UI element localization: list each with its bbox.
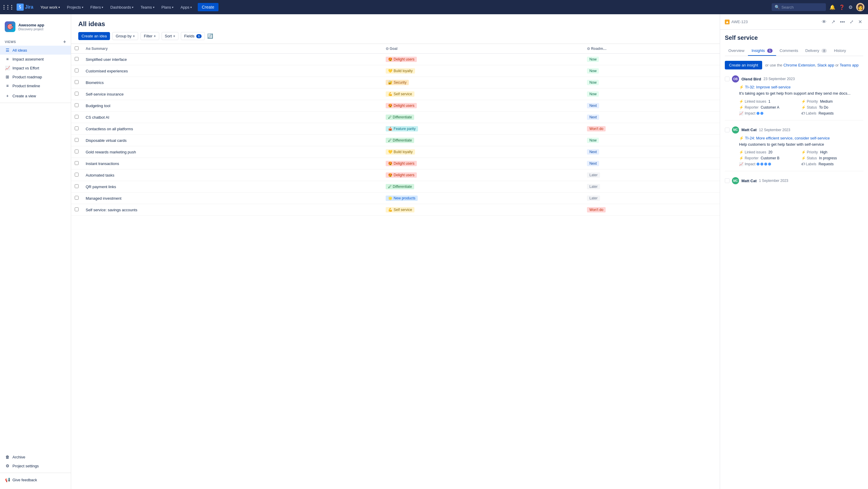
close-icon[interactable]: ✕ xyxy=(857,18,863,26)
or-use-text: or use the Chrome Extension, Slack app o… xyxy=(765,63,859,67)
teams-nav[interactable]: Teams ▾ xyxy=(138,4,157,11)
product-roadmap-icon: ⊞ xyxy=(5,75,10,79)
search-bar[interactable]: 🔍 xyxy=(772,3,826,11)
summary-cell: Simplified user interface xyxy=(82,54,382,65)
row-checkbox[interactable] xyxy=(75,126,79,130)
projects-nav[interactable]: Projects ▾ xyxy=(65,4,86,11)
ideas-title: All ideas xyxy=(78,20,713,28)
insight-author-name: Matt Cat xyxy=(741,127,756,132)
row-checkbox[interactable] xyxy=(75,92,79,95)
insight-author-name: Olend Bird xyxy=(741,77,761,81)
views-section-label: VIEWS + xyxy=(0,37,71,46)
select-all-checkbox[interactable] xyxy=(75,46,79,50)
table-row: Automated tasks 😍 Delight users Later xyxy=(71,169,720,181)
more-actions-icon[interactable]: ••• xyxy=(839,18,846,26)
insight-author-row: OB Olend Bird 23 September 2023 xyxy=(725,75,863,83)
row-checkbox[interactable] xyxy=(75,80,79,84)
sidebar-item-all-ideas[interactable]: ☰ All ideas xyxy=(0,46,71,55)
impact-dots xyxy=(756,163,771,166)
insight-checkbox[interactable] xyxy=(725,178,730,183)
summary-cell: Self service: savings accounts xyxy=(82,204,382,216)
tab-history[interactable]: History xyxy=(830,46,849,56)
notifications-icon[interactable]: 🔔 xyxy=(830,4,835,10)
apps-nav[interactable]: Apps ▾ xyxy=(178,4,194,11)
summary-cell: Budgeting tool xyxy=(82,100,382,112)
svg-marker-0 xyxy=(726,21,728,23)
product-timeline-icon: ≡ xyxy=(5,83,10,88)
row-checkbox[interactable] xyxy=(75,184,79,188)
insight-date: 1 September 2023 xyxy=(759,179,788,183)
help-icon[interactable]: ❓ xyxy=(839,4,845,10)
priority-value: High xyxy=(819,150,827,154)
sidebar-item-project-settings[interactable]: ⚙ Project settings xyxy=(0,461,71,470)
row-checkbox[interactable] xyxy=(75,103,79,107)
insight-checkbox[interactable] xyxy=(725,77,730,81)
filters-nav[interactable]: Filters ▾ xyxy=(88,4,105,11)
refresh-icon[interactable]: 🔄 xyxy=(207,33,213,39)
ideas-panel: All ideas Create an idea Group by + Filt… xyxy=(71,14,720,489)
fields-button[interactable]: Fields 6 xyxy=(181,32,205,40)
row-checkbox[interactable] xyxy=(75,207,79,211)
create-insight-bar: Create an insight or use the Chrome Exte… xyxy=(725,61,863,69)
sidebar-item-product-timeline[interactable]: ≡ Product timeline xyxy=(0,81,71,90)
insight-link[interactable]: ⚡TI-32: Improve self-service xyxy=(739,85,863,89)
add-view-icon[interactable]: + xyxy=(63,39,66,45)
insight-author-name: Matt Cat xyxy=(741,179,756,183)
jira-logo[interactable]: Jira xyxy=(17,4,33,11)
your-work-nav[interactable]: Your work ▾ xyxy=(38,4,62,11)
slack-app-link[interactable]: Slack app xyxy=(817,63,834,67)
insight-checkbox[interactable] xyxy=(725,127,730,132)
share-icon[interactable]: ↗ xyxy=(830,18,836,26)
search-input[interactable] xyxy=(781,5,823,9)
impact-assessment-icon: ≡ xyxy=(5,57,10,61)
insight-link[interactable]: ⚡TI-24: More efficient service, consider… xyxy=(739,136,863,140)
filter-button[interactable]: Filter + xyxy=(141,32,159,40)
sidebar-item-create-view[interactable]: + Create a view xyxy=(0,91,71,100)
sidebar-item-archive[interactable]: 🗑 Archive xyxy=(0,453,71,461)
row-checkbox[interactable] xyxy=(75,138,79,142)
row-checkbox[interactable] xyxy=(75,161,79,165)
dashboards-nav[interactable]: Dashboards ▾ xyxy=(108,4,136,11)
row-checkbox[interactable] xyxy=(75,173,79,177)
expand-icon[interactable]: ⤢ xyxy=(848,18,855,26)
create-button[interactable]: Create xyxy=(198,3,218,11)
row-checkbox[interactable] xyxy=(75,57,79,61)
chrome-extension-link[interactable]: Chrome Extension xyxy=(783,63,815,67)
table-row: Gold rewards marketing push 💛 Build loya… xyxy=(71,146,720,158)
create-idea-button[interactable]: Create an idea xyxy=(78,32,110,40)
row-checkbox[interactable] xyxy=(75,196,79,200)
roadmap-cell: Now xyxy=(583,65,720,77)
delivery-badge: 8 xyxy=(822,49,827,53)
user-avatar[interactable]: 👩 xyxy=(856,3,864,11)
sidebar-item-give-feedback[interactable]: 📢 Give feedback xyxy=(0,476,71,484)
summary-cell: CS chatbot AI xyxy=(82,112,382,123)
sort-button[interactable]: Sort + xyxy=(161,32,179,40)
tab-comments[interactable]: Comments xyxy=(776,46,802,56)
sidebar-item-impact-effort[interactable]: 📈 Impact vs Effort xyxy=(0,63,71,73)
insight-card: OB Olend Bird 23 September 2023 ⚡TI-32: … xyxy=(725,75,863,120)
tab-delivery[interactable]: Delivery 8 xyxy=(802,46,831,56)
reporter-value: Customer A xyxy=(760,105,779,110)
roadmap-badge: Now xyxy=(587,57,599,62)
tab-overview[interactable]: Overview xyxy=(725,46,748,56)
row-checkbox[interactable] xyxy=(75,68,79,73)
insight-card: MC Matt Cat 1 September 2023 xyxy=(725,177,863,184)
roadmap-cell: Next xyxy=(583,158,720,169)
group-by-button[interactable]: Group by + xyxy=(112,32,138,40)
plans-nav[interactable]: Plans ▾ xyxy=(159,4,176,11)
sidebar-item-impact-assessment[interactable]: ≡ Impact assesment xyxy=(0,55,71,63)
give-feedback-icon: 📢 xyxy=(5,478,10,482)
app-grid-icon[interactable] xyxy=(4,5,14,9)
create-insight-button[interactable]: Create an insight xyxy=(725,61,762,69)
tab-insights[interactable]: Insights 5 xyxy=(748,46,776,56)
settings-icon[interactable]: ⚙ xyxy=(848,4,852,10)
teams-app-link[interactable]: Teams app xyxy=(840,63,859,67)
summary-cell: Managed investment xyxy=(82,193,382,204)
watch-icon[interactable]: 👁 xyxy=(820,18,828,26)
sidebar-item-product-roadmap[interactable]: ⊞ Product roadmap xyxy=(0,73,71,81)
row-checkbox[interactable] xyxy=(75,115,79,119)
detail-body: Self service Overview Insights 5 Comment… xyxy=(720,30,868,489)
goal-cell: 😍 Delight users xyxy=(382,54,583,65)
insight-description: It's taking ages to get help from suppor… xyxy=(739,90,863,96)
row-checkbox[interactable] xyxy=(75,149,79,153)
